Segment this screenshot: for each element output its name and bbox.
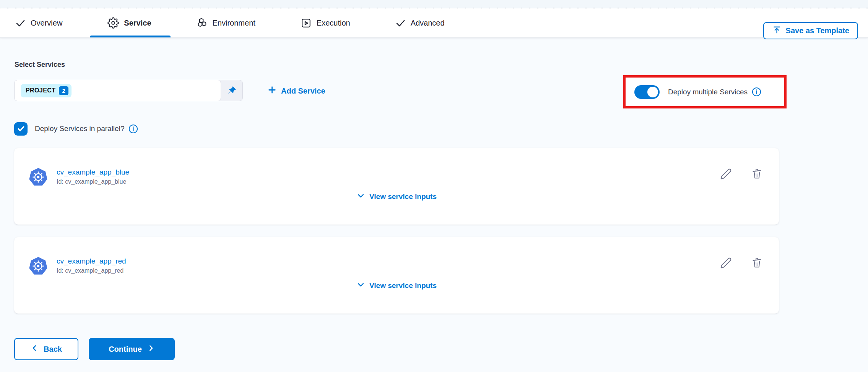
footer-actions: Back Continue [14, 338, 175, 360]
trash-icon[interactable] [751, 168, 763, 180]
info-icon[interactable] [128, 124, 138, 134]
kubernetes-icon [28, 256, 48, 276]
chip-count-badge: 2 [59, 86, 68, 95]
continue-label: Continue [109, 345, 142, 354]
play-square-icon [301, 18, 312, 29]
services-multiselect-input[interactable]: PROJECT 2 [14, 80, 243, 101]
chevron-right-icon [147, 344, 155, 354]
deploy-parallel-label: Deploy Services in parallel? [35, 125, 124, 133]
service-name-link[interactable]: cv_example_app_blue [57, 167, 129, 177]
deploy-parallel-checkbox[interactable] [14, 122, 28, 136]
gear-icon [107, 17, 119, 29]
deploy-multiple-toggle[interactable] [634, 85, 660, 99]
tab-label: Service [124, 19, 151, 27]
tab-service[interactable]: Service [107, 8, 151, 37]
service-name-link[interactable]: cv_example_app_red [57, 256, 126, 266]
card-actions [720, 168, 763, 180]
pin-icon[interactable] [221, 80, 242, 101]
card-actions [720, 257, 763, 269]
plus-icon [268, 86, 276, 96]
service-card: cv_example_app_red Id: cv_example_app_re… [14, 237, 779, 314]
edit-icon[interactable] [720, 168, 732, 180]
save-as-template-label: Save as Template [786, 26, 849, 35]
tab-label: Advanced [411, 19, 445, 27]
tab-execution[interactable]: Execution [301, 8, 350, 37]
service-info: cv_example_app_blue Id: cv_example_app_b… [28, 167, 129, 187]
hexagons-icon [197, 18, 208, 29]
service-titles: cv_example_app_blue Id: cv_example_app_b… [57, 167, 129, 187]
add-service-button[interactable]: Add Service [268, 85, 325, 97]
tab-overview[interactable]: Overview [15, 8, 62, 37]
back-button[interactable]: Back [14, 338, 78, 360]
chevron-down-icon [356, 191, 365, 202]
tab-advanced[interactable]: Advanced [395, 8, 445, 37]
chip-label: PROJECT [26, 87, 55, 94]
add-service-label: Add Service [281, 87, 325, 95]
project-scope-chip[interactable]: PROJECT 2 [21, 84, 72, 97]
upload-icon [772, 25, 782, 37]
view-service-inputs-toggle[interactable]: View service inputs [356, 191, 437, 202]
tab-environment[interactable]: Environment [197, 8, 255, 37]
services-multiselect-field[interactable]: PROJECT 2 [15, 80, 221, 101]
trash-icon[interactable] [751, 257, 763, 269]
kubernetes-icon [28, 167, 48, 187]
check-icon [15, 18, 26, 28]
service-id: Id: cv_example_app_blue [57, 177, 129, 186]
continue-button[interactable]: Continue [89, 338, 175, 360]
service-id: Id: cv_example_app_red [57, 266, 126, 275]
stage-tab-bar: Overview Service Environment Execution A… [0, 8, 868, 38]
edit-icon[interactable] [720, 257, 732, 269]
save-as-template-button[interactable]: Save as Template [763, 22, 858, 39]
select-services-label: Select Services [15, 61, 65, 69]
annotation-red-box: Deploy multiple Services [623, 75, 787, 108]
deploy-multiple-label: Deploy multiple Services [668, 88, 748, 96]
view-service-inputs-label: View service inputs [369, 192, 437, 201]
deploy-parallel-row: Deploy Services in parallel? [14, 122, 138, 136]
service-titles: cv_example_app_red Id: cv_example_app_re… [57, 256, 126, 276]
service-info: cv_example_app_red Id: cv_example_app_re… [28, 256, 126, 276]
tab-label: Execution [317, 19, 350, 27]
chevron-down-icon [356, 280, 365, 291]
toggle-knob [647, 87, 658, 97]
info-icon[interactable] [751, 87, 762, 97]
view-service-inputs-toggle[interactable]: View service inputs [356, 280, 437, 291]
canvas-dotted-strip [0, 0, 868, 8]
back-label: Back [44, 345, 62, 354]
check-icon [395, 18, 406, 28]
view-service-inputs-label: View service inputs [369, 281, 437, 290]
tab-label: Environment [213, 19, 255, 27]
tab-label: Overview [31, 19, 62, 27]
service-card: cv_example_app_blue Id: cv_example_app_b… [14, 148, 779, 225]
chevron-left-icon [31, 344, 39, 354]
